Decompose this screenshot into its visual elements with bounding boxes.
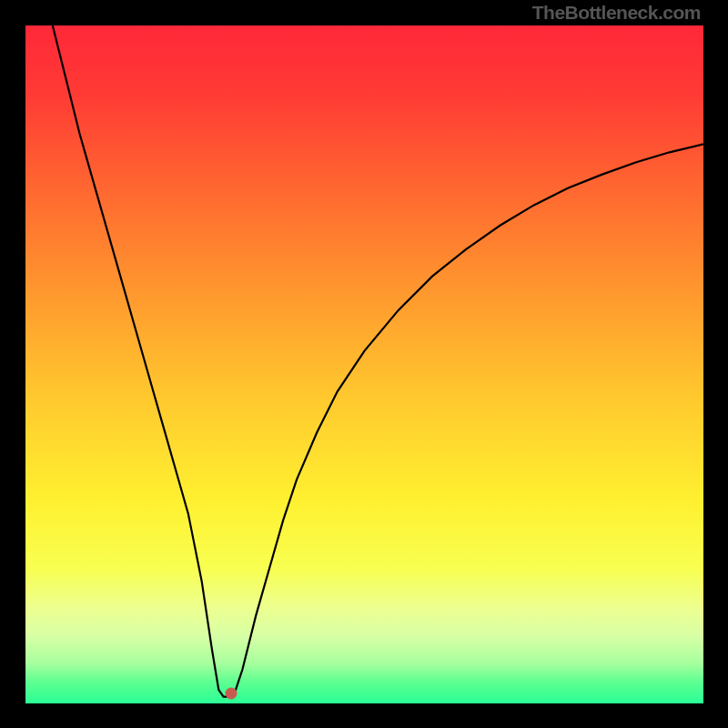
chart-frame: TheBottleneck.com <box>0 0 728 728</box>
optimal-point-marker <box>225 687 237 699</box>
watermark-text: TheBottleneck.com <box>532 2 701 24</box>
curve-line <box>25 25 703 703</box>
plot-area <box>25 25 703 703</box>
